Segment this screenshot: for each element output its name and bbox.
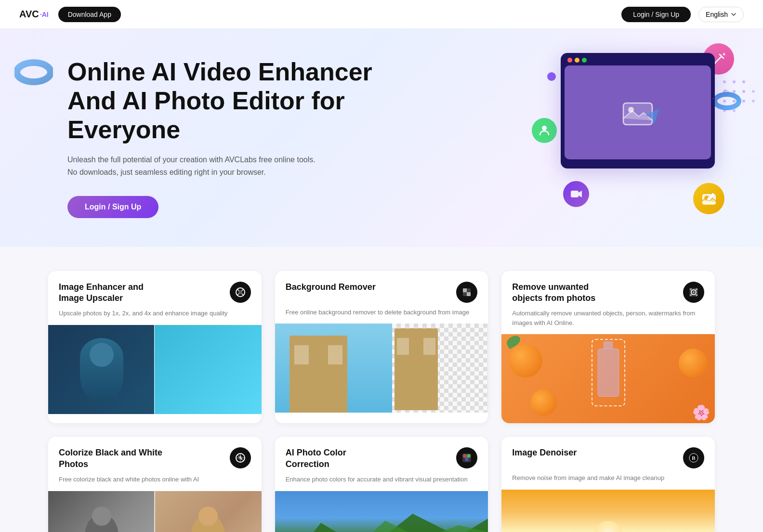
person-silhouette-before (80, 338, 123, 401)
svg-point-31 (693, 291, 695, 293)
svg-point-18 (752, 90, 755, 93)
card-title-image-enhancer: Image Enhancer and Image Upscaler (59, 282, 165, 304)
head-after (196, 343, 220, 367)
card-header-bg-remover: Background Remover (275, 271, 488, 308)
svg-rect-35 (696, 294, 697, 296)
bg-transparent-area (392, 324, 488, 413)
card-title-color-correction: AI Photo Color Correction (286, 447, 392, 470)
cursor-decoration (643, 106, 662, 127)
svg-rect-34 (690, 294, 692, 296)
leaf-decoration (506, 337, 521, 346)
download-button[interactable]: Download App (58, 7, 121, 22)
svg-marker-43 (275, 520, 488, 532)
card-header-denoiser: Image Denoiser B (501, 437, 715, 473)
bw-side (48, 491, 155, 532)
card-desc-object-removal: Automatically remove unwanted objects, p… (501, 309, 715, 334)
hero-cta-button[interactable]: Login / Sign Up (67, 196, 158, 218)
svg-point-41 (465, 457, 469, 461)
person-silhouette-after (186, 338, 230, 401)
photo-edit-icon-circle (693, 183, 724, 214)
logo-text: AVC (19, 9, 39, 20)
hero-subtitle: Unleash the full potential of your creat… (67, 154, 318, 178)
hero-illustration (537, 39, 739, 221)
divider-line (154, 325, 155, 414)
browser-maximize-dot (582, 58, 587, 63)
svg-point-3 (542, 126, 547, 130)
navbar-right: Login / Sign Up English (621, 7, 744, 22)
cards-grid: Image Enhancer and Image Upscaler Upscal… (48, 271, 715, 532)
navbar: AVC ·AI Download App Login / Sign Up Eng… (0, 0, 763, 29)
card-image-enhancer[interactable]: Image Enhancer and Image Upscaler Upscal… (48, 271, 262, 424)
card-image-denoiser-preview (501, 490, 715, 532)
colorize-divider (154, 491, 155, 532)
denoiser-icon: B (683, 447, 704, 468)
card-title-denoiser: Image Denoiser (512, 447, 577, 458)
card-header-image-enhancer: Image Enhancer and Image Upscaler (48, 271, 262, 309)
bw-person (85, 514, 118, 532)
window-cutout-2 (423, 338, 435, 355)
card-title-colorize: Colorize Black and White Photos (59, 447, 165, 470)
logo-dot-ai: ·AI (40, 11, 49, 18)
login-button[interactable]: Login / Sign Up (621, 7, 691, 22)
card-bg-remover[interactable]: Background Remover Free online backgroun… (275, 271, 488, 424)
object-remove-icon (683, 282, 704, 303)
svg-point-20 (723, 109, 726, 112)
card-image-bg-remover-preview (275, 324, 488, 413)
building-cutout (395, 328, 438, 410)
bw-head (92, 506, 111, 526)
card-header-colorize: Colorize Black and White Photos (48, 437, 262, 475)
card-desc-denoiser: Remove noise from image and make AI imag… (501, 473, 715, 490)
svg-point-17 (742, 100, 745, 103)
orange-2 (679, 349, 708, 377)
svg-text:B: B (692, 455, 696, 461)
card-desc-colorize: Free colorize black and white photos onl… (48, 475, 262, 491)
svg-point-19 (752, 100, 755, 103)
torus-decoration (14, 53, 53, 91)
hero-section: Online AI Video Enhancer And AI Photo Ed… (0, 29, 763, 247)
hero-content: Online AI Video Enhancer And AI Photo Ed… (67, 58, 405, 218)
sunset-sky (501, 490, 715, 532)
svg-rect-6 (571, 191, 579, 197)
bg-before-area (275, 324, 392, 413)
svg-rect-32 (690, 288, 692, 290)
svg-rect-25 (463, 288, 467, 292)
svg-point-10 (733, 80, 736, 83)
browser-traffic-lights (561, 53, 715, 65)
card-denoiser[interactable]: Image Denoiser B Remove noise from image… (501, 437, 715, 532)
chevron-down-icon (731, 12, 737, 17)
language-label: English (706, 11, 728, 18)
arrow-decoration (710, 87, 734, 103)
navbar-left: AVC ·AI Download App (19, 7, 121, 22)
flower-decoration: 🌸 (692, 404, 710, 421)
svg-point-39 (463, 454, 467, 458)
color-side (155, 491, 261, 532)
color-correction-icon (456, 447, 477, 468)
browser-content (565, 65, 711, 159)
card-image-object-removal-preview: 🌸 (501, 334, 715, 423)
card-desc-color-correction: Enhance photo colors for accurate and vi… (275, 475, 488, 491)
person-icon-circle (532, 118, 557, 143)
head-before (90, 343, 114, 367)
language-selector[interactable]: English (698, 7, 744, 22)
svg-point-21 (733, 109, 736, 112)
card-color-correction[interactable]: AI Photo Color Correction Enhance photo … (275, 437, 488, 532)
window-cutout-1 (397, 338, 409, 355)
card-title-object-removal: Remove unwanted objects from photos (512, 282, 618, 304)
cards-section: Image Enhancer and Image Upscaler Upscal… (0, 247, 763, 532)
svg-point-40 (467, 454, 471, 458)
svg-rect-26 (467, 292, 471, 296)
after-image (155, 325, 261, 414)
card-colorize[interactable]: Colorize Black and White Photos Free col… (48, 437, 262, 532)
window-2 (328, 345, 342, 364)
colorize-icon (230, 447, 251, 468)
card-desc-image-enhancer: Upscale photos by 1x, 2x, and 4x and enh… (48, 309, 262, 325)
browser-minimize-dot (575, 58, 579, 63)
card-object-removal[interactable]: Remove unwanted objects from photos Auto… (501, 271, 715, 424)
colored-person (191, 514, 225, 532)
card-image-enhancer-preview (48, 325, 262, 414)
video-icon-circle (563, 181, 589, 207)
before-image (48, 325, 155, 414)
card-title-bg-remover: Background Remover (286, 282, 376, 293)
card-image-color-correction-preview (275, 491, 488, 532)
browser-close-dot (567, 58, 572, 63)
